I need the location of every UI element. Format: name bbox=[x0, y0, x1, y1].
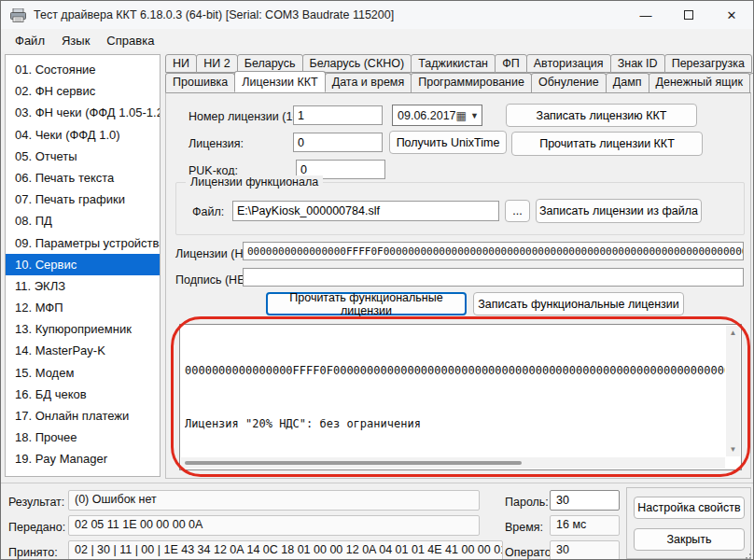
sidebar-item-bill-acceptor[interactable]: 13. Купюроприемник bbox=[6, 318, 160, 340]
chevron-down-icon[interactable]: ▼ bbox=[467, 111, 482, 120]
action-button-group: Настройка свойств Закрыть bbox=[626, 487, 751, 559]
close-app-button[interactable]: Закрыть bbox=[634, 528, 745, 551]
properties-settings-button[interactable]: Настройка свойств bbox=[634, 497, 745, 519]
window-title: Тест драйвера ККТ 6.18.0.3 (64-bit) [Ser… bbox=[34, 8, 394, 21]
tab-belarus[interactable]: Беларусь bbox=[237, 54, 303, 73]
calendar-icon: ▦ bbox=[456, 110, 467, 121]
operator-value: 30 bbox=[550, 540, 620, 560]
licenses-hex-input[interactable]: 0000000000000000FFFF0F000000000000000000… bbox=[243, 242, 744, 260]
sidebar-item-pd[interactable]: 08. ПД bbox=[6, 210, 160, 231]
tab-ni2[interactable]: НИ 2 bbox=[196, 54, 238, 73]
sidebar-item-pay-manager[interactable]: 19. Pay Manager bbox=[6, 448, 160, 469]
sidebar-item-checks[interactable]: 04. Чеки (ФФД 1.0) bbox=[6, 124, 160, 146]
functional-licenses-group: Лицензии функционала Файл: ... Записать … bbox=[175, 182, 745, 235]
sidebar-item-fn-checks[interactable]: 03. ФН чеки (ФФД 1.05-1.2) bbox=[6, 102, 160, 123]
license-number-input[interactable] bbox=[293, 105, 383, 125]
sidebar-item-print-graphics[interactable]: 07. Печать графики bbox=[6, 189, 160, 210]
license-output-text: 0000000000000000FFFF0F000000000000000000… bbox=[185, 327, 725, 456]
received-label: Принято: bbox=[8, 546, 58, 559]
close-button[interactable]: ✕ bbox=[710, 1, 753, 29]
tab-belarus-skno[interactable]: Беларусь (СКНО) bbox=[302, 54, 412, 73]
sidebar-item-masterpay[interactable]: 14. MasterPay-K bbox=[6, 340, 160, 361]
license-input[interactable] bbox=[293, 133, 383, 152]
scroll-down-icon[interactable]: ▼ bbox=[730, 442, 737, 456]
window-controls: — ✕ bbox=[624, 1, 753, 29]
time-value: 16 мс bbox=[550, 515, 620, 536]
app-window: Тест драйвера ККТ 6.18.0.3 (64-bit) [Ser… bbox=[0, 0, 754, 560]
date-picker[interactable]: 09.06.2017 ▦ ▼ bbox=[392, 105, 482, 126]
tab-dump[interactable]: Дамп bbox=[606, 73, 649, 92]
result-value: (0) Ошибок нет bbox=[68, 490, 480, 511]
horizontal-scrollbar[interactable] bbox=[181, 457, 725, 469]
write-licenses-from-file-button[interactable]: Записать лицензии из файла bbox=[536, 199, 702, 223]
sidebar-item-mfp[interactable]: 12. МФП bbox=[6, 297, 160, 318]
sidebar-item-device-params[interactable]: 09. Параметры устройства bbox=[6, 232, 160, 254]
sidebar-item-eklz[interactable]: 11. ЭКЛЗ bbox=[6, 275, 160, 297]
tab-cash-drawer[interactable]: Денежный ящик bbox=[649, 73, 750, 92]
vertical-scrollbar[interactable]: ▲ ▼ bbox=[726, 326, 740, 456]
sidebar-item-check-db[interactable]: 16. БД чеков bbox=[6, 384, 160, 405]
section-list: 01. Состояние 02. ФН сервис 03. ФН чеки … bbox=[5, 54, 161, 477]
output-line: 0000000000000000FFFF0F000000000000000000… bbox=[185, 362, 725, 380]
horizontal-scroll-thumb[interactable] bbox=[185, 461, 522, 465]
tab-reset[interactable]: Обнуление bbox=[531, 73, 607, 92]
read-kkt-licenses-button[interactable]: Прочитать лицензии ККТ bbox=[511, 132, 703, 156]
sidebar-item-modem[interactable]: 15. Модем bbox=[6, 362, 160, 384]
resize-grip[interactable] bbox=[742, 550, 751, 559]
tab-firmware[interactable]: Прошивка bbox=[165, 73, 235, 92]
date-value: 09.06.2017 bbox=[398, 109, 456, 122]
output-line: Лицензия "20% НДС": без ограничения bbox=[185, 415, 725, 433]
title-bar: Тест драйвера ККТ 6.18.0.3 (64-bit) [Ser… bbox=[1, 1, 753, 29]
tab-reboot[interactable]: Перезагрузка bbox=[664, 54, 752, 73]
status-bar: Результат: (0) Ошибок нет Передано: 02 0… bbox=[1, 483, 753, 560]
tab-fp[interactable]: ФП bbox=[495, 54, 527, 73]
file-label: Файл: bbox=[192, 205, 224, 218]
sent-label: Передано: bbox=[8, 521, 65, 534]
functional-licenses-group-title: Лицензии функционала bbox=[186, 175, 323, 189]
app-printer-icon bbox=[10, 8, 26, 22]
password-label: Пароль: bbox=[505, 496, 549, 509]
minimize-button[interactable]: — bbox=[624, 1, 667, 29]
menu-file[interactable]: Файл bbox=[7, 32, 53, 49]
received-value: 02 | 30 | 11 | 00 | 1E 43 34 12 0A 14 0C… bbox=[68, 540, 503, 560]
tab-programming[interactable]: Программирование bbox=[411, 73, 532, 92]
tab-kkt-licenses[interactable]: Лицензии ККТ bbox=[234, 71, 325, 92]
sidebar-item-other[interactable]: 18. Прочее bbox=[6, 427, 160, 448]
menu-help[interactable]: Справка bbox=[98, 32, 162, 49]
scroll-up-icon[interactable]: ▲ bbox=[730, 326, 737, 340]
tab-row-1: НИ НИ 2 Беларусь Беларусь (СКНО) Таджики… bbox=[165, 54, 751, 73]
get-unixtime-button[interactable]: Получить UnixTime bbox=[389, 131, 507, 154]
tab-tajikistan[interactable]: Таджикистан bbox=[411, 54, 496, 73]
tab-authorization[interactable]: Авторизация bbox=[526, 54, 611, 73]
time-label: Время: bbox=[505, 521, 543, 534]
sidebar-item-reports[interactable]: 05. Отчеты bbox=[6, 146, 160, 167]
file-path-input[interactable] bbox=[232, 201, 499, 221]
menu-language[interactable]: Язык bbox=[53, 32, 98, 49]
tab-control: НИ НИ 2 Беларусь Беларусь (СКНО) Таджики… bbox=[165, 54, 751, 479]
read-functional-licenses-button[interactable]: Прочитать функциональные лицензии bbox=[266, 292, 467, 315]
result-label: Результат: bbox=[8, 496, 64, 509]
license-output-area[interactable]: 0000000000000000FFFF0F000000000000000000… bbox=[179, 324, 742, 470]
sidebar-item-fn-service[interactable]: 02. ФН сервис bbox=[6, 80, 160, 102]
tab-znak-id[interactable]: Знак ID bbox=[610, 54, 665, 73]
write-functional-licenses-button[interactable]: Записать функциональные лицензии bbox=[473, 292, 684, 315]
sidebar-item-state[interactable]: 01. Состояние bbox=[6, 59, 160, 80]
browse-file-button[interactable]: ... bbox=[505, 200, 530, 222]
kkt-licenses-panel: Номер лицензии (1-15) 09.06.2017 ▦ ▼ Зап… bbox=[165, 92, 751, 479]
menu-bar: Файл Язык Справка bbox=[1, 29, 753, 51]
license-label: Лицензия: bbox=[188, 137, 244, 150]
sidebar-item-print-text[interactable]: 06. Печать текста bbox=[6, 167, 160, 189]
password-input[interactable] bbox=[550, 490, 620, 511]
tab-date-time[interactable]: Дата и время bbox=[325, 73, 412, 92]
write-kkt-license-button[interactable]: Записать лицензию ККТ bbox=[506, 104, 697, 127]
maximize-button[interactable] bbox=[667, 1, 710, 29]
sent-value: 02 05 11 1E 00 00 00 0A bbox=[68, 515, 480, 536]
sidebar-item-service[interactable]: 10. Сервис bbox=[6, 254, 160, 275]
signature-hex-input[interactable] bbox=[243, 268, 744, 287]
tab-sd-card[interactable]: SD-карта bbox=[749, 73, 754, 92]
tab-row-2: Прошивка Лицензии ККТ Дата и время Прогр… bbox=[165, 73, 751, 92]
sidebar-item-online-payments[interactable]: 17. Онлайн платежи bbox=[6, 405, 160, 427]
tab-ni[interactable]: НИ bbox=[165, 54, 197, 73]
